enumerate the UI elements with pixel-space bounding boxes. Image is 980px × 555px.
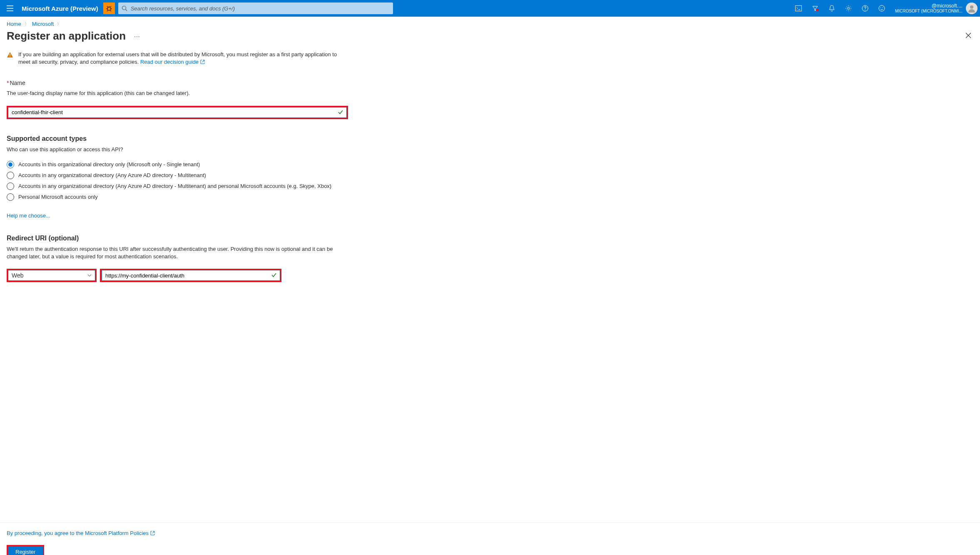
redirect-uri-input-highlight [100,269,281,282]
search-input[interactable] [127,2,390,14]
radio-personal-only[interactable]: Personal Microsoft accounts only [7,192,973,202]
bell-icon [829,5,835,12]
svg-point-1 [122,6,126,10]
radio-multitenant-personal[interactable]: Accounts in any organizational directory… [7,181,973,192]
feedback-button[interactable] [873,0,890,17]
svg-point-9 [883,7,883,8]
svg-rect-11 [10,54,10,56]
validation-check-icon [268,272,280,279]
register-button[interactable]: Register [8,546,43,555]
name-label: *Name [7,80,973,86]
platform-select[interactable]: Web [8,270,95,281]
breadcrumb-home[interactable]: Home [7,21,21,27]
svg-point-10 [970,5,973,9]
svg-point-8 [881,7,881,8]
person-icon [968,4,976,12]
chevron-right-icon: 〉 [25,21,29,27]
help-icon [862,5,868,12]
app-name-input[interactable] [8,108,335,118]
help-me-choose-link[interactable]: Help me choose... [7,212,50,219]
topbar-actions [790,0,890,17]
page-header: Register an application ··· [0,30,980,46]
radio-icon [7,193,14,201]
platform-select-highlight: Web [7,269,97,282]
cloud-shell-button[interactable] [790,0,807,17]
search-box[interactable] [118,2,393,14]
account-types-radio-group: Accounts in this organizational director… [7,159,973,202]
smiley-icon [878,5,885,12]
avatar [966,2,978,14]
form-body[interactable]: If you are building an application for e… [0,46,980,522]
breadcrumb: Home 〉 Microsoft 〉 [0,17,980,30]
radio-icon [7,182,14,190]
chevron-right-icon: 〉 [57,21,61,27]
validation-check-icon [335,109,346,116]
page-more-button[interactable]: ··· [134,33,140,40]
cloud-shell-icon [795,5,802,11]
account-types-heading: Supported account types [7,135,973,142]
page-footer: By proceeding, you agree to the Microsof… [0,523,980,555]
account-menu[interactable]: @microsoft.... MICROSOFT (MICROSOFT.ONMI… [890,2,980,14]
account-types-description: Who can use this application or access t… [7,146,348,153]
close-button[interactable] [963,30,973,42]
hamburger-icon [7,5,13,11]
redirect-uri-row: Web [7,269,284,282]
page-title: Register an application [7,30,126,42]
breadcrumb-microsoft[interactable]: Microsoft [32,21,54,27]
menu-button[interactable] [0,0,20,17]
decision-guide-link[interactable]: Read our decision guide [140,59,205,65]
radio-single-tenant[interactable]: Accounts in this organizational director… [7,159,973,170]
warning-icon [7,52,13,60]
redirect-uri-heading: Redirect URI (optional) [7,235,973,242]
external-link-icon [200,59,205,66]
register-button-highlight: Register [7,545,44,555]
directory-filter-button[interactable] [807,0,823,17]
search-icon [122,5,127,11]
radio-icon [7,161,14,168]
preview-bug-button[interactable] [103,2,115,14]
radio-multitenant[interactable]: Accounts in any organizational directory… [7,170,973,181]
redirect-uri-input[interactable] [102,270,268,280]
azure-topbar: Microsoft Azure (Preview) @microsoft....… [0,0,980,17]
brand-label[interactable]: Microsoft Azure (Preview) [20,5,103,12]
svg-point-7 [879,5,885,11]
notifications-button[interactable] [823,0,840,17]
redirect-uri-description: We'll return the authentication response… [7,245,348,260]
gear-icon [845,5,852,12]
account-org: MICROSOFT (MICROSOFT.ONMI... [895,9,963,14]
svg-rect-12 [10,56,10,57]
svg-point-0 [107,7,111,10]
name-input-highlight [7,106,348,119]
svg-point-6 [865,10,865,10]
svg-point-4 [847,8,849,10]
radio-icon [7,172,14,179]
svg-rect-2 [795,6,801,11]
close-icon [965,32,972,39]
bug-icon [106,5,112,12]
platform-policies-link[interactable]: By proceeding, you agree to the Microsof… [7,530,155,536]
external-link-icon [150,530,155,537]
settings-button[interactable] [840,0,857,17]
name-description: The user-facing display name for this ap… [7,90,348,97]
filter-icon [812,5,818,12]
help-button[interactable] [857,0,873,17]
chevron-down-icon [87,274,92,277]
info-callout: If you are building an application for e… [7,46,348,69]
svg-point-3 [816,9,818,11]
account-name: @microsoft.... [895,3,963,9]
platform-value: Web [12,272,24,279]
